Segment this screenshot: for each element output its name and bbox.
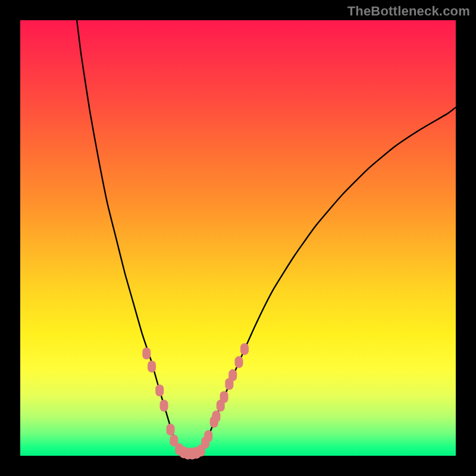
marker-dot [220,391,228,403]
marker-dot [228,369,237,381]
curve-svg [20,20,456,456]
marker-dot [240,343,249,355]
marker-dot [167,424,175,436]
marker-dot [160,400,168,412]
marker-dots-group [142,343,249,460]
curve-lines-group [77,20,456,453]
marker-dot [148,361,156,372]
watermark-text: TheBottleneck.com [347,4,470,19]
series-right-branch [201,107,456,450]
marker-dot [212,411,220,422]
series-left-branch [77,20,179,449]
marker-dot [204,430,212,442]
marker-dot [155,384,164,396]
chart-frame: TheBottleneck.com [0,0,476,476]
marker-dot [234,356,243,368]
plot-area [20,20,456,456]
marker-dot [142,347,151,359]
